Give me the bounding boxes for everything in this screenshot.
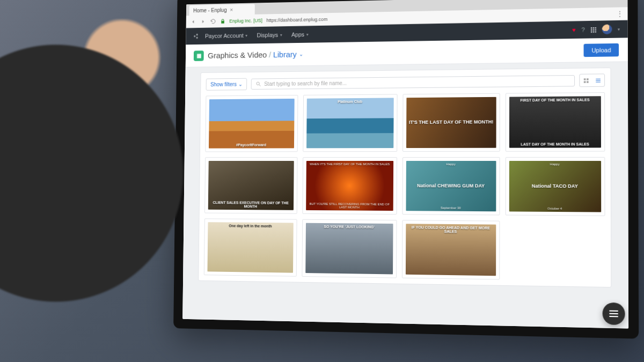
media-card[interactable]: SO YOU'RE 'JUST LOOKING' bbox=[302, 219, 397, 278]
chevron-down-icon: ▾ bbox=[618, 27, 620, 32]
media-grid: #PaycorItForward Platinum Club IT'S THE … bbox=[204, 92, 605, 282]
media-card[interactable]: HappyNational TACO DAYOctober 4 bbox=[505, 157, 605, 216]
fab-menu-button[interactable] bbox=[603, 302, 625, 325]
media-card[interactable]: HappyNational CHEWING GUM DAYSeptember 3… bbox=[402, 157, 500, 216]
media-card[interactable]: Platinum Club bbox=[303, 94, 398, 152]
media-card[interactable]: IF YOU COULD GO AHEAD AND GET MORE SALES bbox=[402, 220, 500, 279]
svg-rect-10 bbox=[593, 31, 594, 32]
screen: Home - Enplug × Enplug Inc. [US] https:/… bbox=[182, 0, 628, 329]
chevron-down-icon: ▾ bbox=[306, 32, 309, 37]
view-toggle bbox=[579, 73, 605, 87]
svg-rect-3 bbox=[591, 27, 592, 28]
monitor-frame: Home - Enplug × Enplug Inc. [US] https:/… bbox=[173, 0, 639, 339]
svg-rect-11 bbox=[595, 31, 596, 32]
svg-rect-9 bbox=[591, 31, 592, 32]
chevron-down-icon[interactable]: ⌄ bbox=[299, 51, 303, 57]
grid-icon bbox=[583, 77, 589, 83]
svg-line-13 bbox=[259, 84, 261, 86]
svg-rect-8 bbox=[595, 29, 596, 30]
tab-title: Home - Enplug bbox=[193, 7, 227, 13]
content-area: Show filters ⌄ bbox=[182, 62, 628, 328]
nav-apps[interactable]: Apps ▾ bbox=[291, 31, 309, 38]
foreground-person bbox=[0, 19, 236, 362]
list-icon bbox=[595, 77, 601, 83]
media-card[interactable]: FIRST DAY OF THE MONTH IN SALESLAST DAY … bbox=[505, 92, 605, 151]
list-view-button[interactable] bbox=[592, 74, 604, 86]
chevron-down-icon: ▾ bbox=[280, 32, 282, 37]
search-icon bbox=[255, 81, 261, 87]
help-icon[interactable]: ? bbox=[581, 26, 584, 33]
svg-rect-5 bbox=[595, 27, 596, 28]
svg-point-12 bbox=[257, 82, 259, 85]
svg-rect-14 bbox=[583, 78, 585, 80]
close-icon[interactable]: × bbox=[230, 6, 233, 13]
nav-displays[interactable]: Displays ▾ bbox=[257, 32, 282, 38]
apps-grid-icon[interactable] bbox=[590, 26, 596, 32]
browser-tab[interactable]: Home - Enplug × bbox=[189, 4, 254, 16]
search-field[interactable] bbox=[251, 75, 575, 89]
breadcrumb-page[interactable]: Library bbox=[273, 50, 297, 59]
browser-menu-icon[interactable]: ⋮ bbox=[617, 10, 624, 17]
breadcrumb-separator: / bbox=[269, 50, 271, 59]
svg-rect-4 bbox=[593, 27, 594, 28]
library-panel: Show filters ⌄ bbox=[198, 68, 611, 287]
media-card[interactable]: WHEN IT'S THE FIRST DAY OF THE MONTH IN … bbox=[302, 157, 397, 215]
svg-rect-7 bbox=[593, 29, 594, 30]
library-toolbar: Show filters ⌄ bbox=[206, 73, 605, 91]
svg-rect-15 bbox=[587, 78, 588, 80]
avatar[interactable] bbox=[602, 24, 612, 34]
search-input[interactable] bbox=[264, 78, 570, 87]
hamburger-icon bbox=[609, 311, 618, 317]
upload-button[interactable]: Upload bbox=[584, 43, 619, 56]
svg-rect-16 bbox=[583, 81, 585, 83]
grid-view-button[interactable] bbox=[580, 75, 592, 87]
chevron-down-icon: ⌄ bbox=[238, 81, 243, 87]
svg-rect-17 bbox=[587, 81, 588, 83]
address-url[interactable]: https://dashboard.enplug.com bbox=[266, 17, 327, 23]
heart-icon[interactable]: ♥ bbox=[572, 27, 576, 33]
chevron-down-icon: ▾ bbox=[246, 33, 248, 38]
svg-rect-6 bbox=[591, 29, 592, 30]
media-card[interactable]: IT'S THE LAST DAY OF THE MONTH! bbox=[402, 93, 500, 152]
